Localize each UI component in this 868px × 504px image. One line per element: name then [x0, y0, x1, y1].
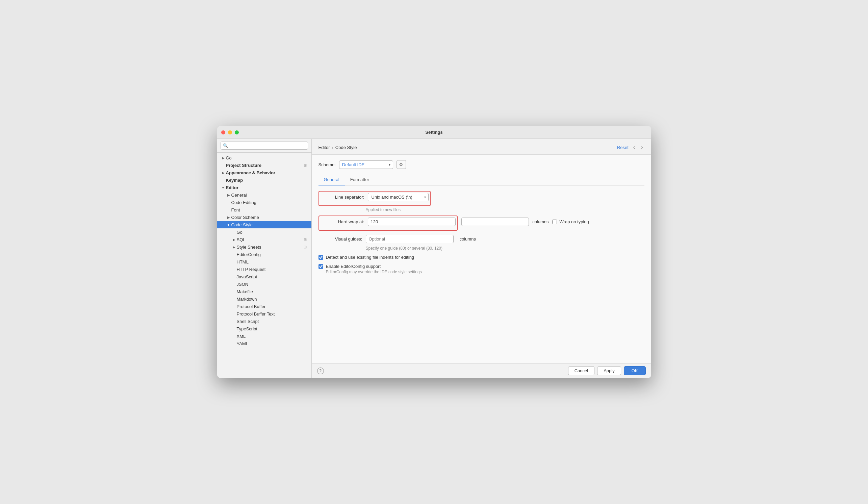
sidebar-item-label: Editor [226, 185, 308, 190]
tab-label: Formatter [350, 177, 369, 182]
sidebar-item-protocol-buffer-text[interactable]: ▶ Protocol Buffer Text [217, 310, 311, 318]
sidebar-item-editor[interactable]: ▼ Editor [217, 184, 311, 191]
sidebar-item-color-scheme[interactable]: ▶ Color Scheme [217, 214, 311, 221]
reset-button[interactable]: Reset [617, 145, 629, 150]
sidebar-item-general[interactable]: ▶ General [217, 191, 311, 199]
hard-wrap-input[interactable] [368, 217, 456, 226]
sidebar-item-label: HTML [237, 259, 308, 265]
gear-icon: ⚙ [399, 162, 403, 167]
sidebar-item-label: Makefile [237, 289, 308, 294]
sidebar: 🔍 ▶ Go ▶ Project Structure ⊞ [217, 139, 312, 378]
sidebar-item-label: SQL [237, 237, 303, 242]
sidebar-item-protocol-buffer[interactable]: ▶ Protocol Buffer [217, 303, 311, 310]
sidebar-item-typescript[interactable]: ▶ TypeScript [217, 325, 311, 332]
sidebar-item-font[interactable]: ▶ Font [217, 206, 311, 214]
sidebar-item-xml[interactable]: ▶ XML [217, 332, 311, 340]
settings-icon: ⊞ [303, 163, 308, 168]
visual-guides-row: Visual guides: columns [319, 235, 644, 243]
line-separator-label: Line separator: [321, 195, 364, 200]
wrap-on-typing-checkbox[interactable] [552, 219, 557, 224]
detect-indent-label: Detect and use existing file indents for… [326, 255, 414, 260]
sidebar-item-html[interactable]: ▶ HTML [217, 258, 311, 266]
editorconfig-checkbox[interactable] [319, 264, 323, 269]
expand-icon: ▶ [226, 215, 231, 220]
sidebar-item-sql[interactable]: ▶ SQL ⊞ [217, 236, 311, 243]
maximize-button[interactable] [235, 130, 239, 134]
tabs-row: General Formatter [319, 174, 644, 185]
sidebar-item-label: EditorConfig [237, 252, 308, 257]
breadcrumb-current: Code Style [335, 145, 357, 150]
expand-icon: ▶ [220, 155, 226, 161]
detect-indent-checkbox[interactable] [319, 255, 323, 260]
scheme-select[interactable]: Default IDE Project [339, 161, 393, 169]
sidebar-item-label: Appearance & Behavior [226, 170, 308, 175]
sidebar-item-http-request[interactable]: ▶ HTTP Request [217, 266, 311, 273]
sidebar-item-go[interactable]: ▶ Go [217, 154, 311, 162]
sidebar-item-yaml[interactable]: ▶ YAML [217, 340, 311, 347]
visual-guides-columns-label: columns [460, 236, 476, 241]
apply-button[interactable]: Apply [597, 366, 621, 375]
close-button[interactable] [221, 130, 225, 134]
window-controls [221, 130, 239, 134]
sidebar-item-style-sheets[interactable]: ▶ Style Sheets ⊞ [217, 243, 311, 251]
sidebar-item-json[interactable]: ▶ JSON [217, 280, 311, 288]
window-title: Settings [425, 130, 443, 135]
bottom-bar: ? Cancel Apply OK [312, 363, 651, 378]
settings-icon: ⊞ [303, 244, 308, 250]
sidebar-item-label: XML [237, 334, 308, 339]
scheme-gear-button[interactable]: ⚙ [396, 160, 406, 169]
sidebar-item-label: Code Editing [231, 200, 308, 205]
tab-formatter[interactable]: Formatter [345, 174, 374, 185]
detect-indent-row: Detect and use existing file indents for… [319, 255, 644, 260]
ok-button[interactable]: OK [624, 366, 646, 375]
sidebar-item-markdown[interactable]: ▶ Markdown [217, 295, 311, 303]
sidebar-item-label: Code Style [231, 222, 308, 227]
editorconfig-subtext: EditorConfig may override the IDE code s… [326, 269, 422, 274]
sidebar-item-label: Protocol Buffer [237, 304, 308, 309]
scheme-row: Scheme: Default IDE Project ▾ ⚙ [319, 160, 644, 169]
sidebar-item-appearance[interactable]: ▶ Appearance & Behavior [217, 169, 311, 176]
cancel-button[interactable]: Cancel [568, 366, 595, 375]
help-button[interactable]: ? [317, 368, 324, 374]
line-separator-select[interactable]: Unix and macOS (\n) Windows (\r\n) Class… [368, 193, 428, 201]
sidebar-item-label: YAML [237, 341, 308, 346]
applied-text: Applied to new files [366, 207, 644, 212]
editorconfig-row: Enable EditorConfig support EditorConfig… [319, 264, 644, 274]
sidebar-item-label: JSON [237, 282, 308, 287]
sidebar-item-label: Protocol Buffer Text [237, 311, 308, 317]
sidebar-item-label: General [231, 193, 308, 198]
header-actions: Reset ‹ › [617, 144, 644, 151]
content-area: Editor › Code Style Reset ‹ › Scheme: [312, 139, 651, 378]
back-button[interactable]: ‹ [632, 144, 636, 151]
titlebar: Settings [217, 126, 651, 139]
breadcrumb-separator: › [332, 145, 333, 150]
sidebar-item-editorconfig[interactable]: ▶ EditorConfig [217, 251, 311, 258]
sidebar-item-code-style[interactable]: ▼ Code Style [217, 221, 311, 228]
minimize-button[interactable] [228, 130, 232, 134]
hard-wrap-secondary-input[interactable] [461, 217, 529, 226]
sidebar-item-project-structure[interactable]: ▶ Project Structure ⊞ [217, 162, 311, 169]
settings-window: Settings 🔍 ▶ Go ▶ Project Structur [217, 126, 651, 378]
sidebar-item-label: HTTP Request [237, 267, 308, 272]
visual-guides-input[interactable] [366, 235, 454, 243]
sidebar-item-label: Keymap [226, 178, 308, 183]
sidebar-item-javascript[interactable]: ▶ JavaScript [217, 273, 311, 280]
line-sep-select-wrapper: Unix and macOS (\n) Windows (\r\n) Class… [368, 193, 428, 201]
editorconfig-label: Enable EditorConfig support [326, 264, 422, 269]
tab-general[interactable]: General [319, 174, 345, 185]
sidebar-item-makefile[interactable]: ▶ Makefile [217, 288, 311, 295]
search-input[interactable] [220, 142, 308, 150]
scheme-select-wrapper: Default IDE Project ▾ [339, 161, 393, 169]
content-header: Editor › Code Style Reset ‹ › [312, 139, 651, 155]
sidebar-item-shell-script[interactable]: ▶ Shell Script [217, 318, 311, 325]
forward-button[interactable]: › [640, 144, 644, 151]
sidebar-item-label: Shell Script [237, 319, 308, 324]
tab-label: General [324, 177, 339, 182]
content-body: Scheme: Default IDE Project ▾ ⚙ [312, 155, 651, 363]
sidebar-item-code-editing[interactable]: ▶ Code Editing [217, 199, 311, 206]
sidebar-item-go-sub[interactable]: ▶ Go [217, 228, 311, 236]
scheme-label: Scheme: [319, 162, 336, 167]
search-icon: 🔍 [223, 143, 228, 148]
sidebar-item-keymap[interactable]: ▶ Keymap [217, 176, 311, 184]
sidebar-item-label: JavaScript [237, 274, 308, 279]
